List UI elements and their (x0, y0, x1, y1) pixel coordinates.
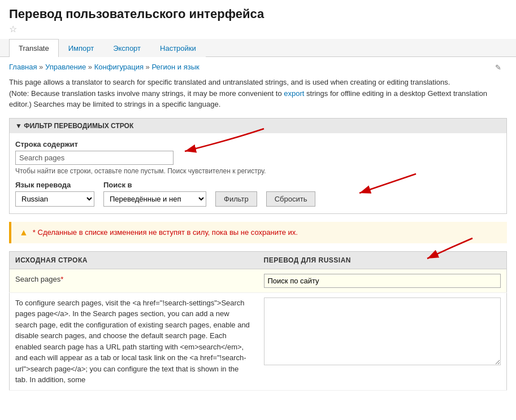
source-cell-2: To configure search pages, visit the <a … (10, 292, 258, 390)
required-mark: * (60, 275, 63, 283)
col-source-header: ИСХОДНАЯ СТРОКА (10, 251, 258, 269)
warning-text: * Сделанные в списке изменения не вступя… (33, 228, 298, 237)
search-in-group: Поиск в Переведённые и неп Все строки То… (103, 181, 206, 207)
translation-cell-1 (258, 269, 507, 292)
tab-translate[interactable]: Translate (9, 39, 59, 57)
page-header: Перевод пользовательского интерфейса ☆ (0, 0, 516, 39)
translation-cell-2 (258, 292, 507, 390)
string-contains-input[interactable] (15, 151, 174, 165)
breadcrumb-manage[interactable]: Управление (45, 63, 86, 71)
source-cell-1: Search pages* (10, 269, 258, 292)
content-area: Главная » Управление » Конфигурация » Ре… (0, 57, 516, 396)
search-in-label: Поиск в (103, 181, 206, 189)
filter-controls-row: Язык перевода Russian English German Fre… (15, 181, 501, 207)
source-text-1: Search pages* (15, 275, 63, 283)
filter-section: ▼ ФИЛЬТР ПЕРЕВОДИМЫХ СТРОК Строка содерж… (9, 118, 507, 214)
translation-input-1[interactable] (264, 274, 501, 288)
tab-export[interactable]: Экспорт (103, 39, 150, 57)
col-translation-header: ПЕРЕВОД ДЛЯ RUSSIAN (258, 251, 507, 269)
string-contains-group: Строка содержит Чтобы найти все строки, … (15, 140, 501, 175)
table-row: To configure search pages, visit the <a … (10, 292, 507, 390)
filter-hint: Чтобы найти все строки, оставьте поле пу… (15, 167, 501, 175)
breadcrumb: Главная » Управление » Конфигурация » Ре… (9, 63, 507, 71)
reset-button[interactable]: Сбросить (266, 191, 316, 207)
filter-body: Строка содержит Чтобы найти все строки, … (10, 133, 506, 213)
tabs-nav: Translate Импорт Экспорт Настройки (0, 39, 516, 57)
filter-button[interactable]: Фильтр (215, 191, 257, 207)
tab-import[interactable]: Импорт (59, 39, 103, 57)
search-in-select[interactable]: Переведённые и неп Все строки Только пер… (103, 191, 206, 207)
breadcrumb-row: Главная » Управление » Конфигурация » Ре… (9, 63, 507, 71)
language-label: Язык перевода (15, 181, 94, 189)
string-contains-label: Строка содержит (15, 140, 501, 148)
description: This page allows a translator to search … (9, 77, 507, 110)
language-group: Язык перевода Russian English German Fre… (15, 181, 94, 207)
results-table: ИСХОДНАЯ СТРОКА ПЕРЕВОД ДЛЯ RUSSI (9, 251, 507, 391)
breadcrumb-home[interactable]: Главная (9, 63, 37, 71)
page-title: Перевод пользовательского интерфейса (0, 0, 516, 24)
translation-textarea-1[interactable] (264, 298, 501, 365)
source-text-2: To configure search pages, visit the <a … (15, 299, 250, 384)
filter-inline-row: Язык перевода Russian English German Fre… (15, 181, 501, 207)
filter-title: ▼ ФИЛЬТР ПЕРЕВОДИМЫХ СТРОК (15, 122, 133, 130)
export-link[interactable]: export (284, 89, 304, 98)
star-icon[interactable]: ☆ (0, 24, 516, 39)
breadcrumb-region[interactable]: Регион и язык (151, 63, 199, 71)
tab-settings[interactable]: Настройки (150, 39, 206, 57)
warning-icon: ▲ (19, 228, 28, 238)
warning-box: ▲ * Сделанные в списке изменения не всту… (9, 222, 507, 243)
language-select[interactable]: Russian English German French (15, 191, 94, 207)
string-contains-row: Строка содержит Чтобы найти все строки, … (15, 140, 501, 175)
translation-header-container: ПЕРЕВОД ДЛЯ RUSSIAN (264, 256, 501, 264)
table-row: Search pages* (10, 269, 507, 292)
filter-header: ▼ ФИЛЬТР ПЕРЕВОДИМЫХ СТРОК (10, 119, 506, 133)
edit-icon[interactable]: ✎ (495, 63, 501, 71)
breadcrumb-config[interactable]: Конфигурация (94, 63, 144, 71)
